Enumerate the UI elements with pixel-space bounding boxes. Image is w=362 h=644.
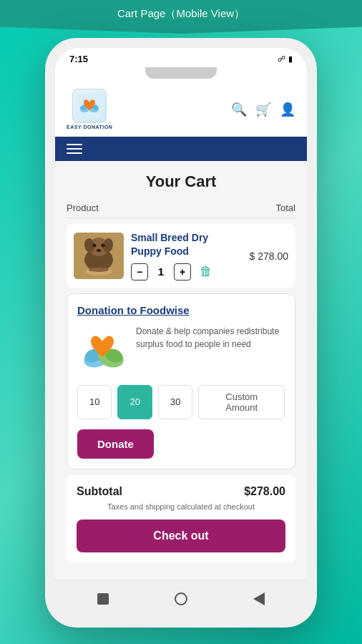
header-total: Total xyxy=(276,203,295,213)
hamburger-line-2 xyxy=(67,148,82,150)
quantity-control: − 1 + 🗑 xyxy=(131,263,243,280)
subtotal-row: Subtotal $278.00 xyxy=(77,485,285,498)
tax-note: Taxes and shipping calculated at checkou… xyxy=(77,502,285,511)
amount-20-button[interactable]: 20 xyxy=(117,385,152,419)
status-icons: ☍ ▮ xyxy=(278,54,293,64)
header-product: Product xyxy=(67,203,99,213)
svg-point-11 xyxy=(102,244,105,248)
page-content: Your Cart Product Total xyxy=(55,161,307,579)
qty-decrease-button[interactable]: − xyxy=(131,263,148,280)
status-time: 7:15 xyxy=(69,54,88,64)
nav-square-icon xyxy=(97,593,109,605)
nav-back-button[interactable] xyxy=(93,589,113,609)
logo-box xyxy=(72,89,107,123)
cart-header: Product Total xyxy=(67,198,295,218)
battery-icon: ▮ xyxy=(288,54,293,64)
product-details: Small Breed Dry Puppy Food − 1 + 🗑 xyxy=(131,231,243,280)
hamburger-line-3 xyxy=(67,152,82,154)
logo-area: EASY DONATION xyxy=(67,89,112,130)
donation-title: Donation to Foodwise xyxy=(77,304,285,316)
product-dog-image xyxy=(74,233,124,279)
svg-point-10 xyxy=(93,244,97,248)
nav-triangle-icon xyxy=(253,592,265,605)
subtotal-label: Subtotal xyxy=(77,485,122,498)
qty-value: 1 xyxy=(154,265,168,278)
product-price: $ 278.00 xyxy=(250,250,289,262)
nav-home-button[interactable] xyxy=(171,589,191,609)
header-icons: 🔍 🛒 👤 xyxy=(231,102,295,117)
banner-text: Cart Page（Mobile View） xyxy=(117,7,245,19)
nav-bar xyxy=(55,137,307,161)
notch-pill xyxy=(145,67,217,79)
amount-options: 10 20 30 Custom Amount xyxy=(77,385,285,419)
qty-increase-button[interactable]: + xyxy=(174,263,191,280)
svg-point-12 xyxy=(97,249,101,252)
amount-10-button[interactable]: 10 xyxy=(77,385,112,419)
nav-circle-icon xyxy=(175,592,187,605)
donation-description: Donate & help companies redistribute sur… xyxy=(136,325,285,351)
phone-screen: 7:15 ☍ ▮ xyxy=(55,48,307,617)
hamburger-line-1 xyxy=(67,144,82,145)
wifi-icon: ☍ xyxy=(278,54,285,64)
custom-amount-button[interactable]: Custom Amount xyxy=(198,385,285,419)
page-banner: Cart Page（Mobile View） xyxy=(0,0,362,34)
checkout-button[interactable]: Check out xyxy=(77,519,285,552)
user-icon[interactable]: 👤 xyxy=(280,102,295,117)
search-icon[interactable]: 🔍 xyxy=(231,102,247,117)
bag-icon[interactable]: 🛒 xyxy=(255,102,271,117)
donation-logo xyxy=(77,325,127,375)
app-header: EASY DONATION 🔍 🛒 👤 xyxy=(55,82,307,137)
status-bar: 7:15 ☍ ▮ xyxy=(55,48,307,67)
cart-item: Small Breed Dry Puppy Food − 1 + 🗑 $ 278… xyxy=(67,224,295,287)
nav-recent-button[interactable] xyxy=(249,589,269,609)
subtotal-section: Subtotal $278.00 Taxes and shipping calc… xyxy=(67,475,295,562)
donation-info: Donate & help companies redistribute sur… xyxy=(77,325,285,375)
product-image xyxy=(74,233,124,279)
donation-card: Donation to Foodwise xyxy=(67,293,295,469)
logo-icon xyxy=(77,93,102,119)
amount-30-button[interactable]: 30 xyxy=(158,385,192,419)
product-name: Small Breed Dry Puppy Food xyxy=(131,231,243,257)
notch xyxy=(55,67,307,82)
brand-name: EASY DONATION xyxy=(67,125,112,130)
foodwise-logo-icon xyxy=(77,325,127,375)
bottom-nav xyxy=(55,580,307,618)
svg-point-15 xyxy=(89,268,109,272)
phone-frame: 7:15 ☍ ▮ xyxy=(45,38,317,627)
donate-button[interactable]: Donate xyxy=(77,429,154,459)
page-title: Your Cart xyxy=(67,161,295,198)
delete-icon[interactable]: 🗑 xyxy=(200,264,212,279)
hamburger-menu[interactable] xyxy=(67,144,82,154)
subtotal-value: $278.00 xyxy=(244,485,285,498)
